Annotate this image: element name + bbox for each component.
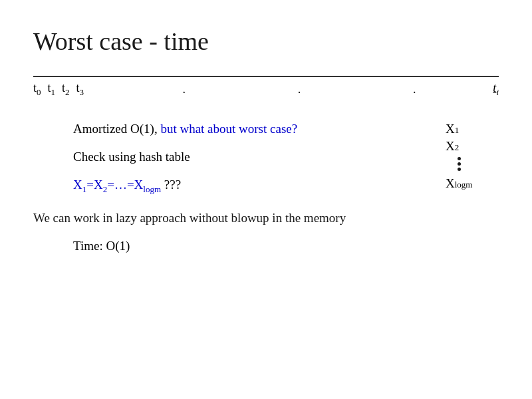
t2-label: t2 (62, 81, 70, 98)
timeline-end: ti (485, 81, 499, 98)
slide: Worst case - time t0 t1 t2 t3 . . . ti A… (0, 0, 532, 399)
content-area: Amortized O(1), but what about worst cas… (33, 115, 499, 208)
amortized-prefix: Amortized O(1), (73, 122, 158, 136)
main-content: Amortized O(1), but what about worst cas… (33, 115, 446, 208)
bottom-section: We can work in lazy approach without blo… (33, 211, 499, 253)
we-can-line: We can work in lazy approach without blo… (33, 211, 499, 225)
formula-suffix: ??? (164, 178, 181, 192)
right-column: X1 X2 Xlogm (446, 115, 499, 208)
x-list: X1 X2 Xlogm (446, 120, 472, 193)
timeline-dots: . . . (113, 82, 485, 96)
check-line: Check using hash table (73, 150, 446, 164)
xlogm-item: Xlogm (446, 175, 472, 193)
t3-label: t3 (76, 81, 84, 98)
dot-3: . (413, 82, 416, 96)
x1-item: X1 (446, 120, 472, 138)
vdot-1 (458, 157, 461, 160)
timeline-row: t0 t1 t2 t3 . . . ti (33, 76, 499, 102)
vertical-dots (446, 157, 472, 171)
dot-2: . (298, 82, 301, 96)
timeline-labels: t0 t1 t2 t3 (33, 81, 113, 98)
timeline-container: t0 t1 t2 t3 . . . ti (33, 76, 499, 102)
t1-label: t1 (48, 81, 56, 98)
formula-x1: X1=X2=…=Xlogm (73, 178, 161, 192)
x2-item: X2 (446, 138, 472, 156)
amortized-suffix: but what about worst case? (160, 122, 297, 136)
t0-label: t0 (33, 81, 41, 98)
formula-line: X1=X2=…=Xlogm ??? (73, 178, 446, 195)
page-title: Worst case - time (33, 27, 499, 56)
vdot-2 (458, 162, 461, 166)
dot-1: . (182, 82, 186, 96)
vdot-3 (458, 168, 461, 171)
time-line: Time: O(1) (33, 239, 499, 253)
amortized-line: Amortized O(1), but what about worst cas… (73, 122, 446, 136)
